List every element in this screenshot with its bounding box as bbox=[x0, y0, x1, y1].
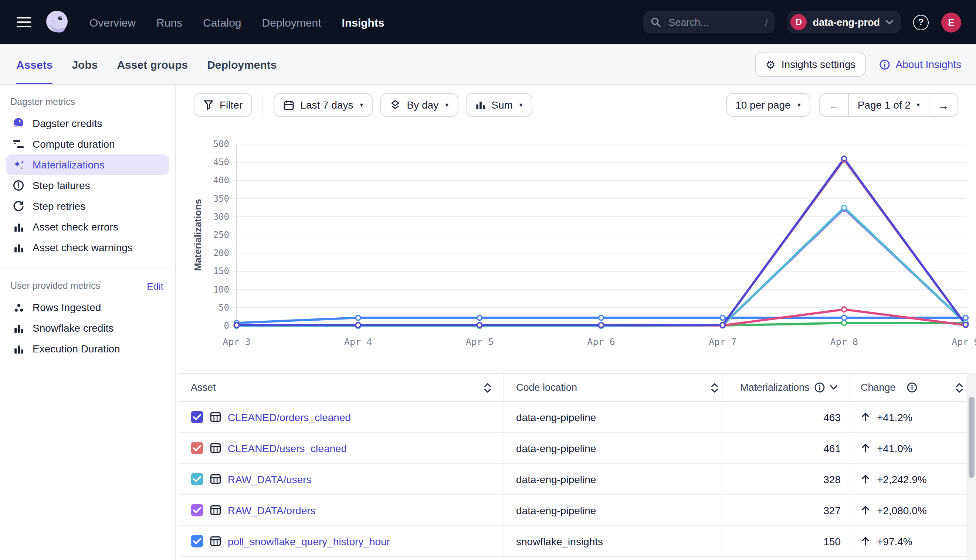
aggregation-label: Sum bbox=[491, 99, 513, 111]
aggregation-dropdown[interactable]: Sum ▾ bbox=[465, 93, 532, 117]
asset-cell: CLEANED/orders_cleaned bbox=[179, 402, 503, 432]
user-avatar[interactable]: E bbox=[941, 12, 961, 32]
next-page-button[interactable]: → bbox=[929, 94, 958, 116]
sidebar-item-snowflake-credits[interactable]: Snowflake credits bbox=[6, 318, 169, 338]
table-icon bbox=[210, 443, 221, 453]
series-checkbox[interactable] bbox=[191, 473, 203, 485]
asset-cell: RAW_DATA/users bbox=[179, 464, 503, 494]
nav-link-catalog[interactable]: Catalog bbox=[203, 16, 241, 28]
asset-cell: RAW_DATA/orders bbox=[179, 495, 503, 525]
chevron-down-icon: ▾ bbox=[797, 101, 801, 108]
org-name: data-eng-prod bbox=[813, 17, 880, 28]
org-switcher[interactable]: D data-eng-prod bbox=[788, 11, 901, 33]
asset-cell bbox=[179, 557, 503, 560]
tab-deployments[interactable]: Deployments bbox=[207, 44, 277, 84]
prev-page-button[interactable]: ← bbox=[820, 94, 848, 116]
change-value: +41.2% bbox=[877, 411, 912, 423]
sidebar-item-asset-check-errors[interactable]: Asset check errors bbox=[6, 217, 169, 237]
filter-button[interactable]: Filter bbox=[194, 93, 252, 117]
insights-settings-button[interactable]: ⚙ Insights settings bbox=[755, 52, 866, 77]
arrow-up-icon bbox=[861, 474, 870, 484]
nav-link-runs[interactable]: Runs bbox=[156, 16, 182, 28]
app-root: OverviewRunsCatalogDeploymentInsights / … bbox=[0, 0, 976, 560]
series-checkbox[interactable] bbox=[191, 504, 203, 517]
dots-icon bbox=[12, 302, 25, 313]
tab-assets[interactable]: Assets bbox=[16, 44, 52, 84]
svg-text:Materializations: Materializations bbox=[192, 199, 203, 271]
granularity-label: By day bbox=[407, 99, 439, 111]
svg-text:Apr 4: Apr 4 bbox=[344, 337, 372, 347]
column-label: Materializations bbox=[740, 382, 810, 393]
svg-text:350: 350 bbox=[213, 193, 229, 204]
nav-link-insights[interactable]: Insights bbox=[342, 16, 384, 28]
dagster-logo-icon[interactable] bbox=[43, 9, 70, 35]
nav-link-deployment[interactable]: Deployment bbox=[262, 16, 321, 28]
column-header-change[interactable]: Change bbox=[849, 374, 966, 401]
sidebar-item-step-failures[interactable]: Step failures bbox=[6, 175, 169, 196]
series-checkbox[interactable] bbox=[191, 411, 203, 423]
asset-link[interactable]: RAW_DATA/users bbox=[228, 473, 312, 485]
asset-link[interactable]: CLEANED/orders_cleaned bbox=[228, 411, 351, 423]
column-label: Code location bbox=[516, 382, 577, 393]
metrics-sidebar: Dagster metricsDagster creditsCompute du… bbox=[0, 85, 176, 560]
change-cell: +2,242.9% bbox=[849, 464, 966, 494]
sidebar-item-label: Execution Duration bbox=[33, 343, 120, 355]
filter-icon bbox=[203, 100, 214, 110]
asset-link[interactable]: CLEANED/users_cleaned bbox=[228, 442, 347, 454]
nav-link-overview[interactable]: Overview bbox=[89, 16, 136, 28]
sidebar-item-asset-check-warnings[interactable]: Asset check warnings bbox=[6, 237, 169, 258]
pager: ← Page 1 of 2 ▾ → bbox=[819, 93, 958, 117]
asset-link[interactable]: RAW_DATA/orders bbox=[228, 504, 316, 516]
svg-text:300: 300 bbox=[213, 212, 229, 222]
tab-jobs[interactable]: Jobs bbox=[72, 44, 98, 84]
help-icon[interactable]: ? bbox=[913, 14, 929, 30]
per-page-dropdown[interactable]: 10 per page ▾ bbox=[726, 93, 811, 117]
sidebar-item-execution-duration[interactable]: Execution Duration bbox=[6, 338, 169, 359]
search-box[interactable]: / bbox=[643, 11, 775, 33]
svg-text:500: 500 bbox=[213, 139, 229, 149]
sidebar-item-label: Rows Ingested bbox=[33, 302, 101, 313]
info-icon[interactable] bbox=[814, 382, 825, 393]
scrollbar-thumb[interactable] bbox=[968, 397, 974, 478]
asset-cell: poll_snowflake_query_history_hour bbox=[179, 526, 503, 556]
svg-text:0: 0 bbox=[224, 321, 229, 331]
table-icon bbox=[210, 473, 221, 485]
sidebar-item-materializations[interactable]: Materializations bbox=[6, 154, 169, 175]
sidebar-item-label: Step retries bbox=[33, 200, 85, 212]
about-insights-link[interactable]: About Insights bbox=[879, 58, 961, 70]
assets-table: AssetCode locationMaterializationsChange… bbox=[179, 373, 966, 560]
controls-divider bbox=[262, 93, 263, 117]
change-value: +41.0% bbox=[877, 442, 912, 454]
calendar-icon bbox=[283, 99, 294, 110]
sort-icon[interactable] bbox=[483, 382, 492, 393]
sidebar-item-compute-duration[interactable]: Compute duration bbox=[6, 134, 169, 154]
column-header-materializations[interactable]: Materializations bbox=[722, 374, 849, 401]
sort-icon[interactable] bbox=[955, 382, 963, 393]
info-icon[interactable] bbox=[907, 382, 918, 393]
series-checkbox[interactable] bbox=[191, 442, 203, 454]
series-checkbox[interactable] bbox=[191, 535, 203, 547]
page-select-dropdown[interactable]: Page 1 of 2 ▾ bbox=[848, 94, 929, 116]
sidebar-item-dagster-credits[interactable]: Dagster credits bbox=[6, 113, 169, 134]
materializations-value bbox=[722, 557, 849, 560]
date-range-dropdown[interactable]: Last 7 days ▾ bbox=[274, 93, 373, 117]
edit-metrics-link[interactable]: Edit bbox=[147, 280, 164, 292]
sidebar-item-step-retries[interactable]: Step retries bbox=[6, 196, 169, 217]
svg-text:Apr 5: Apr 5 bbox=[466, 337, 493, 347]
tab-asset-groups[interactable]: Asset groups bbox=[117, 44, 188, 84]
sidebar-divider bbox=[0, 267, 175, 267]
sidebar-item-label: Asset check errors bbox=[33, 221, 118, 233]
column-header-asset[interactable]: Asset bbox=[179, 374, 503, 401]
chevron-down-icon bbox=[886, 20, 893, 24]
sidebar-section-title: Dagster metrics bbox=[10, 97, 75, 107]
sorted-desc-icon[interactable] bbox=[830, 385, 838, 390]
asset-link[interactable]: poll_snowflake_query_history_hour bbox=[228, 535, 390, 547]
svg-text:450: 450 bbox=[213, 157, 229, 167]
granularity-dropdown[interactable]: By day ▾ bbox=[380, 93, 458, 117]
sidebar-item-rows-ingested[interactable]: Rows Ingested bbox=[6, 297, 169, 318]
sort-icon[interactable] bbox=[710, 382, 719, 393]
change-cell: +41.2% bbox=[849, 402, 966, 432]
hamburger-menu-icon[interactable] bbox=[17, 17, 31, 28]
column-header-code-location[interactable]: Code location bbox=[503, 374, 722, 401]
search-input[interactable] bbox=[667, 16, 759, 28]
